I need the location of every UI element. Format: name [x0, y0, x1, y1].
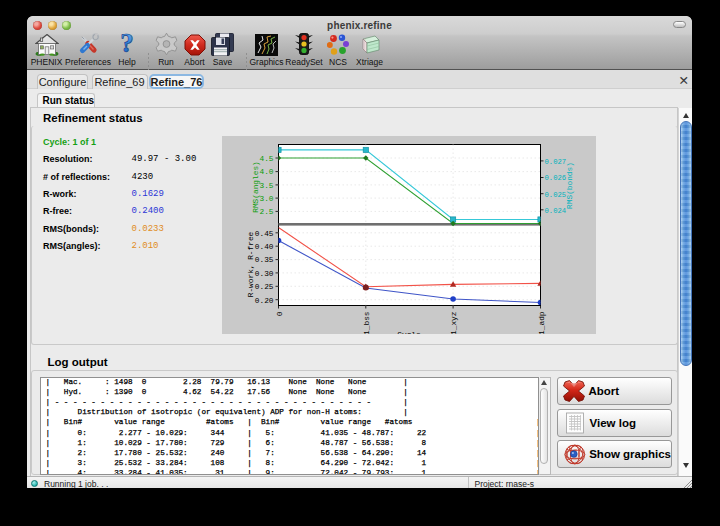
- svg-text:1_adp: 1_adp: [538, 311, 546, 334]
- svg-text:1_xyz: 1_xyz: [450, 311, 458, 334]
- svg-text:0.024: 0.024: [545, 207, 567, 215]
- svg-text:0.35: 0.35: [255, 256, 274, 264]
- svg-text:4.0: 4.0: [259, 168, 273, 176]
- svg-text:Cycle: Cycle: [397, 331, 421, 335]
- svg-text:0.027: 0.027: [545, 158, 567, 166]
- svg-text:0.026: 0.026: [545, 174, 567, 182]
- svg-text:0.40: 0.40: [255, 243, 274, 251]
- svg-text:4.5: 4.5: [259, 155, 273, 163]
- svg-text:R-work, R-free: R-work, R-free: [247, 231, 255, 297]
- svg-text:0: 0: [276, 311, 284, 316]
- svg-text:RMS(angles): RMS(angles): [252, 161, 260, 212]
- svg-text:0.20: 0.20: [255, 297, 274, 305]
- svg-text:3.5: 3.5: [259, 182, 273, 190]
- svg-text:0.30: 0.30: [255, 270, 274, 278]
- svg-text:RMS(bonds): RMS(bonds): [566, 162, 574, 209]
- svg-text:3.0: 3.0: [259, 195, 273, 203]
- svg-text:0.025: 0.025: [545, 191, 567, 199]
- svg-text:0.25: 0.25: [255, 283, 274, 291]
- svg-text:1_bss: 1_bss: [363, 311, 371, 334]
- svg-text:0.45: 0.45: [255, 230, 274, 238]
- svg-text:2.5: 2.5: [259, 208, 273, 216]
- svg-text:?: ?: [120, 32, 134, 56]
